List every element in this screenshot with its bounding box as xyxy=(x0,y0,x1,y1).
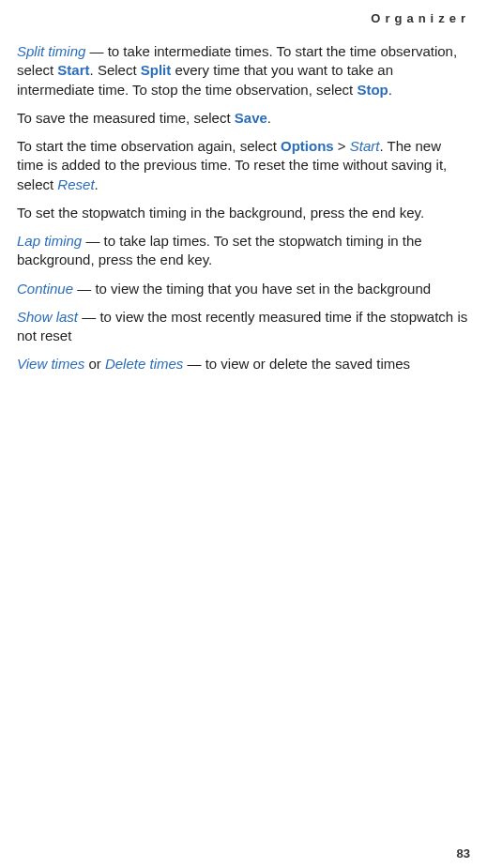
term-delete-times: Delete times xyxy=(105,356,183,372)
text: . Select xyxy=(90,62,141,78)
action-options: Options xyxy=(281,138,334,154)
text: > xyxy=(334,138,350,154)
paragraph-options: To start the time observation again, sel… xyxy=(17,137,470,194)
text: — to view the timing that you have set i… xyxy=(73,281,431,297)
text: — to view the most recently measured tim… xyxy=(17,309,467,343)
text: . xyxy=(388,82,392,98)
action-start-italic: Start xyxy=(350,138,380,154)
text: . xyxy=(267,110,271,126)
term-continue: Continue xyxy=(17,281,73,297)
paragraph-save: To save the measured time, select Save. xyxy=(17,109,470,128)
text: — to view or delete the saved times xyxy=(183,356,410,372)
term-split-timing: Split timing xyxy=(17,43,85,59)
action-reset: Reset xyxy=(57,176,94,192)
paragraph-split-timing: Split timing — to take intermediate time… xyxy=(17,42,470,99)
paragraph-continue: Continue — to view the timing that you h… xyxy=(17,280,470,298)
text: or xyxy=(84,356,105,372)
paragraph-lap-timing: Lap timing — to take lap times. To set t… xyxy=(17,232,470,270)
paragraph-view-delete: View times or Delete times — to view or … xyxy=(17,355,470,373)
action-save: Save xyxy=(235,110,267,126)
text: . xyxy=(95,176,99,192)
term-show-last: Show last xyxy=(17,309,78,325)
action-split: Split xyxy=(141,62,172,78)
text: To start the time observation again, sel… xyxy=(17,138,281,154)
page-header: Organizer xyxy=(17,11,470,25)
action-stop: Stop xyxy=(357,82,388,98)
paragraph-show-last: Show last — to view the most recently me… xyxy=(17,308,470,346)
term-lap-timing: Lap timing xyxy=(17,233,82,249)
page-number: 83 xyxy=(457,846,470,860)
term-view-times: View times xyxy=(17,356,84,372)
text: To save the measured time, select xyxy=(17,110,235,126)
paragraph-background: To set the stopwatch timing in the backg… xyxy=(17,204,470,222)
action-start: Start xyxy=(57,62,89,78)
